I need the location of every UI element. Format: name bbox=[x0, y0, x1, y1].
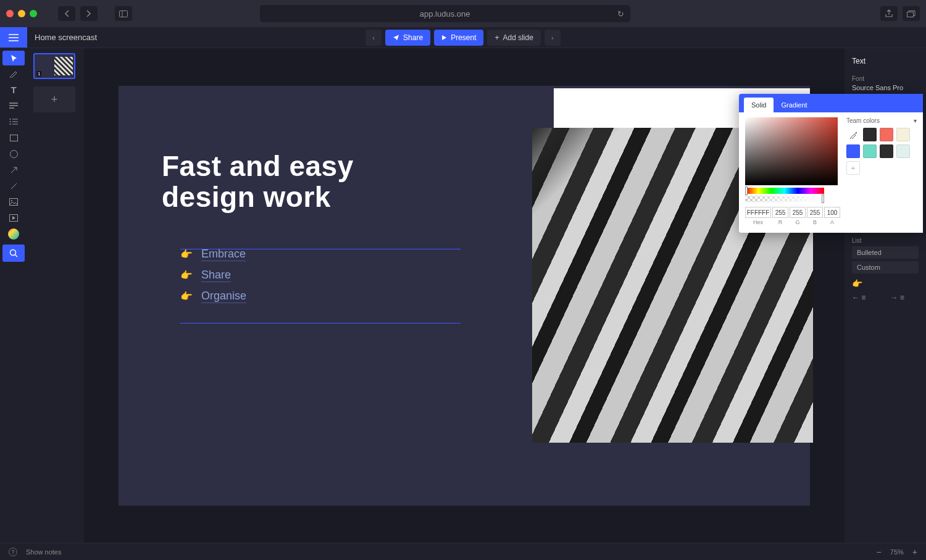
custom-bullet-preview[interactable]: 👉 bbox=[852, 278, 919, 288]
slide-bullet-list[interactable]: 👉 Embrace 👉 Share 👉 Organise bbox=[180, 248, 246, 311]
minimize-window[interactable] bbox=[18, 10, 25, 17]
zoom-out-button[interactable]: − bbox=[877, 547, 882, 557]
g-label: G bbox=[795, 219, 799, 225]
plus-icon: + bbox=[495, 33, 499, 42]
slide-number: 1 bbox=[36, 71, 41, 77]
show-notes-button[interactable]: Show notes bbox=[26, 548, 61, 556]
color-swatch[interactable] bbox=[846, 144, 860, 158]
hex-input[interactable] bbox=[745, 207, 771, 218]
color-swatch[interactable] bbox=[863, 128, 877, 141]
heading-tool[interactable] bbox=[0, 98, 27, 114]
list-item[interactable]: 👉 Organise bbox=[180, 290, 246, 303]
bullet-icon: 👉 bbox=[180, 290, 193, 302]
line-tool[interactable] bbox=[0, 178, 27, 194]
help-icon[interactable]: ? bbox=[9, 548, 17, 556]
bullet-icon: 👉 bbox=[180, 269, 193, 281]
video-tool[interactable] bbox=[0, 210, 27, 226]
canvas[interactable]: Fast and easy design work 👉 Embrace 👉 Sh… bbox=[84, 48, 845, 543]
svg-rect-2 bbox=[907, 12, 913, 17]
color-swatch[interactable] bbox=[880, 128, 893, 141]
add-slide-button[interactable]: + Add slide bbox=[488, 30, 541, 46]
browser-sidebar-button[interactable] bbox=[115, 6, 132, 21]
svg-point-5 bbox=[10, 123, 11, 125]
hue-slider[interactable] bbox=[745, 188, 824, 194]
saturation-value-picker[interactable] bbox=[745, 117, 838, 185]
list-item[interactable]: 👉 Embrace bbox=[180, 248, 246, 261]
g-input[interactable] bbox=[790, 207, 806, 218]
hex-label: Hex bbox=[753, 219, 763, 225]
font-label: Font bbox=[852, 75, 919, 82]
creative-cloud-icon bbox=[8, 228, 19, 240]
svg-point-9 bbox=[11, 200, 12, 201]
arrow-tool[interactable] bbox=[0, 162, 27, 178]
document-title[interactable]: Home screencast bbox=[35, 33, 97, 42]
list-text: Organise bbox=[201, 290, 246, 303]
zoom-in-button[interactable]: + bbox=[912, 547, 917, 557]
slide-heading[interactable]: Fast and easy design work bbox=[162, 151, 354, 213]
svg-rect-0 bbox=[120, 10, 128, 17]
browser-tabs-button[interactable] bbox=[903, 6, 920, 21]
r-input[interactable] bbox=[772, 207, 788, 218]
share-label: Share bbox=[403, 33, 423, 42]
left-toolbar: T bbox=[0, 48, 27, 543]
tab-solid[interactable]: Solid bbox=[744, 98, 774, 112]
alpha-slider[interactable] bbox=[745, 196, 824, 202]
ellipse-tool[interactable] bbox=[0, 146, 27, 162]
svg-point-3 bbox=[10, 119, 11, 120]
a-input[interactable] bbox=[824, 207, 840, 218]
list-tool[interactable] bbox=[0, 114, 27, 130]
rectangle-tool[interactable] bbox=[0, 130, 27, 146]
selection-indicator bbox=[180, 323, 461, 324]
integrations-tool[interactable] bbox=[0, 226, 27, 242]
share-button[interactable]: Share bbox=[385, 30, 430, 46]
list-label: List bbox=[852, 237, 919, 244]
search-tool[interactable] bbox=[2, 244, 25, 262]
add-swatch-button[interactable]: + bbox=[846, 161, 860, 175]
app-bar: Home screencast ‹ Share Present + Add sl… bbox=[0, 27, 926, 48]
share-icon bbox=[393, 34, 399, 41]
play-icon bbox=[441, 35, 447, 41]
color-picker-tabs: Solid Gradient bbox=[739, 94, 923, 112]
font-value[interactable]: Source Sans Pro bbox=[852, 84, 919, 91]
footer: ? Show notes − 75% + bbox=[0, 543, 926, 560]
list-style-custom[interactable]: Custom bbox=[852, 261, 919, 274]
add-slide-label: Add slide bbox=[503, 33, 533, 42]
zoom-level[interactable]: 75% bbox=[890, 548, 904, 556]
image-tool[interactable] bbox=[0, 194, 27, 210]
color-swatch[interactable] bbox=[880, 144, 893, 158]
browser-forward-button[interactable] bbox=[80, 6, 98, 21]
color-swatch[interactable] bbox=[896, 144, 910, 158]
text-tool[interactable]: T bbox=[0, 81, 27, 98]
slide-thumbnail-1[interactable]: 1 bbox=[33, 53, 75, 79]
bullet-icon: 👉 bbox=[180, 248, 193, 260]
browser-back-button[interactable] bbox=[58, 6, 75, 21]
tab-gradient[interactable]: Gradient bbox=[774, 98, 814, 112]
select-tool[interactable] bbox=[2, 51, 25, 65]
a-label: A bbox=[830, 219, 834, 225]
eyedropper-button[interactable] bbox=[846, 128, 860, 141]
list-item[interactable]: 👉 Share bbox=[180, 269, 246, 282]
url-bar[interactable]: app.ludus.one ↻ bbox=[260, 5, 630, 22]
inspector-section-text: Text bbox=[852, 54, 919, 70]
prev-slide-button[interactable]: ‹ bbox=[365, 30, 382, 46]
outdent-button[interactable]: ← ≡ bbox=[852, 293, 866, 302]
color-swatch[interactable] bbox=[863, 144, 877, 158]
list-style-bulleted[interactable]: Bulleted bbox=[852, 246, 919, 259]
browser-chrome: app.ludus.one ↻ bbox=[0, 0, 926, 27]
close-window[interactable] bbox=[6, 10, 14, 17]
color-swatch[interactable] bbox=[896, 128, 910, 141]
list-text: Share bbox=[201, 269, 231, 282]
indent-button[interactable]: → ≡ bbox=[890, 293, 904, 302]
b-input[interactable] bbox=[807, 207, 823, 218]
team-colors-dropdown[interactable]: Team colors ▾ bbox=[846, 117, 917, 124]
browser-share-button[interactable] bbox=[880, 6, 898, 21]
next-slide-button[interactable]: › bbox=[544, 30, 561, 46]
present-label: Present bbox=[451, 33, 476, 42]
pen-tool[interactable] bbox=[0, 65, 27, 81]
add-slide-thumbnail-button[interactable]: + bbox=[33, 86, 75, 112]
main-menu-button[interactable] bbox=[0, 27, 27, 48]
slide-content[interactable]: Fast and easy design work 👉 Embrace 👉 Sh… bbox=[119, 86, 810, 506]
maximize-window[interactable] bbox=[30, 10, 37, 17]
present-button[interactable]: Present bbox=[434, 30, 483, 46]
refresh-icon[interactable]: ↻ bbox=[617, 9, 624, 19]
